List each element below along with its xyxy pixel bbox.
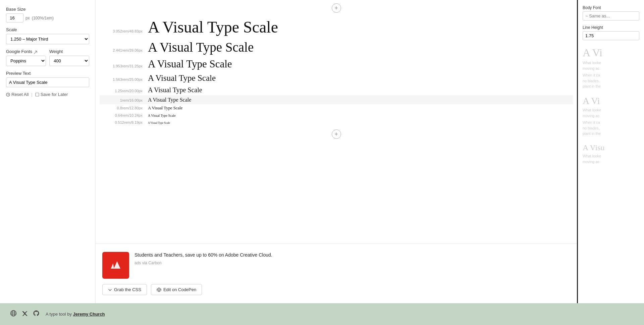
scale-section: Scale 1.067 – Minor Second 1.125 – Major…	[6, 27, 89, 44]
scale-size-label: 1.563rem/25.00px	[102, 77, 143, 82]
ad-text-block: Students and Teachers, save up to 60% on…	[135, 252, 272, 265]
footer: A type tool by Jeremy Church	[0, 303, 644, 325]
scale-display: + 3.052rem/48.83px A Visual Type Scale 2…	[96, 0, 577, 243]
save-label-text: Save for Later	[41, 92, 68, 97]
right-preview-heading-2: A Vi	[583, 96, 639, 106]
main-content: + 3.052rem/48.83px A Visual Type Scale 2…	[96, 0, 577, 303]
checkbox-icon	[35, 93, 39, 97]
scale-size-label: 1rem/16.00px	[102, 98, 143, 102]
scale-text: A Visual Type Scale	[148, 86, 202, 94]
right-preview-body-5: What lookemoving ac	[583, 153, 639, 164]
scale-row: 1.953rem/31.25px A Visual Type Scale	[102, 56, 570, 71]
globe-icon	[10, 310, 17, 317]
external-link-icon	[34, 50, 38, 54]
right-preview-body-1: What lookemoving ac	[583, 60, 639, 71]
svg-rect-1	[36, 93, 39, 96]
codepen-icon	[157, 287, 161, 292]
reset-icon	[6, 93, 10, 97]
right-preview-heading-1: A Vi	[583, 47, 639, 59]
scale-text: A Visual Type Scale	[148, 114, 176, 118]
scale-row: 1.563rem/25.00px A Visual Type Scale	[102, 72, 570, 85]
line-height-label: Line Height	[583, 25, 639, 30]
add-size-bottom-button[interactable]: +	[332, 129, 341, 139]
action-buttons: Grab the CSS Edit on CodePen	[102, 284, 570, 295]
github-icon	[33, 310, 40, 317]
globe-link[interactable]	[10, 310, 17, 318]
ad-card: Students and Teachers, save up to 60% on…	[102, 252, 570, 279]
scale-size-label: 0.64rem/10.24px	[102, 113, 143, 117]
font-weight-section: Google Fonts Poppins Roboto Open Sans La…	[6, 49, 89, 66]
scale-size-label: 0.8rem/12.80px	[102, 106, 143, 110]
body-font-input[interactable]	[583, 11, 639, 20]
add-bottom-row: +	[102, 126, 570, 142]
scale-row: 2.441rem/39.06px A Visual Type Scale	[102, 38, 570, 57]
add-size-top-button[interactable]: +	[332, 3, 341, 13]
right-preview-block-2: A Vi What lookemoving ac When it cano bl…	[583, 96, 639, 137]
preview-text-section: Preview Text	[6, 71, 89, 87]
font-section: Google Fonts Poppins Roboto Open Sans La…	[6, 49, 46, 66]
scale-size-label: 3.052rem/48.83px	[102, 29, 143, 33]
font-select[interactable]: Poppins Roboto Open Sans Lato Montserrat	[6, 56, 46, 66]
body-font-label: Body Font	[583, 5, 639, 10]
right-panel-toggle-button[interactable]: ‹	[577, 144, 578, 159]
body-font-section: Body Font	[583, 5, 639, 20]
scale-row: 0.64rem/10.24px A Visual Type Scale	[102, 112, 570, 119]
scale-size-label: 1.953rem/31.25px	[102, 64, 143, 68]
scale-text: A Visual Type Scale	[148, 73, 216, 83]
right-preview-block-1: A Vi What lookemoving ac When it cano bl…	[583, 47, 639, 89]
base-size-unit: px	[25, 16, 30, 20]
scale-label: Scale	[6, 27, 89, 32]
google-fonts-label: Google Fonts	[6, 49, 32, 54]
scale-row: 0.512rem/8.19px A Visual Type Scale	[102, 119, 570, 126]
scale-text: A Visual Type Scale	[148, 97, 191, 103]
actions-row: Reset All | Save for Later	[6, 92, 89, 97]
reset-button[interactable]: Reset All	[6, 92, 29, 97]
scale-row: 3.052rem/48.83px A Visual Type Scale	[102, 16, 570, 38]
weight-select[interactable]: 100 200 300 400 500 600 700	[49, 56, 89, 66]
add-top-row: +	[102, 0, 570, 16]
scale-row-highlighted: 1rem/16.00px A Visual Type Scale	[100, 95, 573, 104]
chevron-down-icon	[108, 288, 112, 292]
right-preview-body-2: When it cano blades,plant in the	[583, 72, 639, 89]
weight-label: Weight	[49, 49, 89, 54]
edit-codepen-label: Edit on CodePen	[163, 287, 196, 292]
github-link[interactable]	[33, 310, 40, 318]
right-preview-block-3: A Visu What lookemoving ac	[583, 143, 639, 164]
base-size-label: Base Size	[6, 7, 89, 12]
grab-css-label: Grab the CSS	[114, 287, 141, 292]
author-name: Jeremy Church	[73, 312, 105, 317]
scale-text: A Visual Type Scale	[148, 121, 170, 125]
base-size-section: Base Size px (100%/1em)	[6, 7, 89, 22]
right-panel: ‹ Body Font Line Height A Vi What lookem…	[577, 0, 644, 303]
scale-row: 1.25rem/20.00px A Visual Type Scale	[102, 85, 570, 95]
scale-rows: 3.052rem/48.83px A Visual Type Scale 2.4…	[102, 16, 570, 126]
base-size-note: (100%/1em)	[32, 16, 54, 20]
credit-text: A type tool by	[46, 312, 72, 317]
ad-image[interactable]	[102, 252, 129, 279]
line-height-input[interactable]	[583, 31, 639, 40]
reset-label: Reset All	[11, 92, 29, 97]
preview-text-input[interactable]	[6, 77, 89, 87]
scale-size-label: 2.441rem/39.06px	[102, 48, 143, 52]
scale-text: A Visual Type Scale	[148, 106, 182, 111]
right-preview-body-3: What lookemoving ac	[583, 107, 639, 118]
footer-credit: A type tool by Jeremy Church	[46, 312, 105, 317]
scale-size-label: 1.25rem/20.00px	[102, 89, 143, 93]
save-label-row[interactable]: Save for Later	[35, 92, 68, 97]
edit-codepen-button[interactable]: Edit on CodePen	[151, 284, 202, 295]
scale-row: 0.8rem/12.80px A Visual Type Scale	[102, 104, 570, 112]
twitter-icon	[21, 310, 28, 317]
scale-text: A Visual Type Scale	[148, 40, 254, 55]
preview-text-label: Preview Text	[6, 71, 89, 76]
sidebar: Base Size px (100%/1em) Scale 1.067 – Mi…	[0, 0, 96, 303]
footer-icons	[10, 310, 40, 318]
base-size-input[interactable]	[6, 13, 23, 22]
twitter-link[interactable]	[21, 310, 28, 318]
grab-css-button[interactable]: Grab the CSS	[102, 284, 147, 295]
scale-select[interactable]: 1.067 – Minor Second 1.125 – Major Secon…	[6, 34, 89, 44]
ad-via: ads via Carbon	[135, 261, 272, 265]
divider: |	[31, 92, 32, 97]
weight-section: Weight 100 200 300 400 500 600 700	[49, 49, 89, 66]
author-link[interactable]: Jeremy Church	[73, 312, 105, 317]
right-preview-body-4: When it cano blades,plant in the	[583, 120, 639, 137]
